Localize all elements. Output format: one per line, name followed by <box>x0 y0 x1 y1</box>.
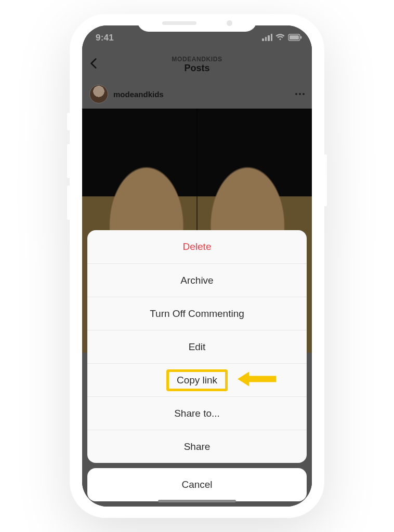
phone-mockup: 9:41 M <box>70 14 324 518</box>
sheet-option-label: Copy link <box>177 375 217 386</box>
sheet-option-label: Edit <box>189 341 206 353</box>
sheet-option-share-to[interactable]: Share to... <box>87 396 307 430</box>
sheet-option-label: Delete <box>183 241 212 252</box>
sheet-option-label: Turn Off Commenting <box>150 308 244 320</box>
arrow-left-icon <box>238 370 276 390</box>
sheet-option-archive[interactable]: Archive <box>87 263 307 297</box>
cancel-button[interactable]: Cancel <box>87 468 307 501</box>
sheet-option-turn-off-commenting[interactable]: Turn Off Commenting <box>87 297 307 330</box>
sheet-option-copy-link[interactable]: Copy link <box>87 363 307 396</box>
home-indicator[interactable] <box>158 500 236 502</box>
phone-screen: 9:41 M <box>82 25 312 507</box>
phone-notch <box>137 14 257 32</box>
sheet-option-delete[interactable]: Delete <box>87 230 307 263</box>
sheet-option-label: Share <box>184 441 211 453</box>
sheet-option-label: Share to... <box>174 408 220 419</box>
sheet-option-label: Archive <box>180 275 213 286</box>
sheet-option-share[interactable]: Share <box>87 430 307 463</box>
sheet-option-edit[interactable]: Edit <box>87 330 307 363</box>
action-sheet: DeleteArchiveTurn Off CommentingEditCopy… <box>87 230 307 501</box>
